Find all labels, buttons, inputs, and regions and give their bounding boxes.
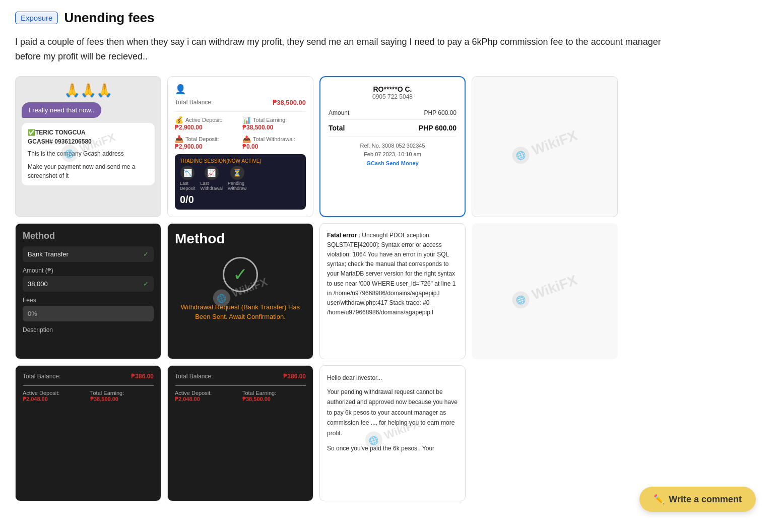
balance-pair-2: 📥 Total Deposit: ₱2,900.00 📤 Total Withd… — [175, 135, 306, 150]
balance-pair-1: 💰 Active Deposit: ₱2,900.00 📊 Total Earn… — [175, 116, 306, 131]
bd-total-earning: Total Earning: ₱38,500.00 — [90, 390, 154, 403]
exposure-badge: Exposure — [15, 12, 58, 24]
bd-active-deposit: Active Deposit: ₱2,048.00 — [23, 390, 86, 403]
bd-active-deposit-2: Active Deposit: ₱2,048.00 — [175, 390, 238, 403]
screenshot-grid: 🌐 WikiFX 🙏🙏🙏 I really need that now.. ✅T… — [15, 76, 766, 501]
bd-pair-2: Active Deposit: ₱2,048.00 Total Earning:… — [175, 390, 306, 403]
receipt-amount-row: Amount PHP 600.00 — [329, 106, 457, 120]
method-check-circle: ✓ — [223, 257, 258, 292]
balance-dark-card-1: Total Balance: ₱386.00 Active Deposit: ₱… — [15, 365, 161, 501]
bd-total-earning-2: Total Earning: ₱38,500.00 — [242, 390, 306, 403]
total-earning: 📊 Total Earning: ₱38,500.00 — [242, 116, 306, 131]
pencil-icon: ✏️ — [654, 494, 665, 505]
total-balance-row: Total Balance: ₱38,500.00 — [175, 99, 306, 106]
payment-instruction-text: Make your payment now and send me a scre… — [28, 162, 149, 180]
fees-input: 0% — [23, 306, 154, 321]
wikifx-placeholder-card: 🌐 WikiFX — [472, 76, 618, 217]
confirmation-text: Withdrawal Request (Bank Transfer) Has B… — [175, 302, 306, 322]
page-header: Exposure Unending fees — [15, 10, 766, 26]
amount-input[interactable]: 38,000 ✓ — [23, 276, 154, 292]
write-comment-button[interactable]: ✏️ Write a comment — [639, 487, 756, 511]
method-confirmation-card: 🌐 WikiFX Method ✓ Withdrawal Request (Ba… — [167, 223, 313, 359]
wikifx-watermark-right: 🌐 WikiFX — [510, 272, 580, 311]
email-content: Hello dear investor... Your pending with… — [327, 373, 458, 454]
active-deposit: 💰 Active Deposit: ₱2,900.00 — [175, 116, 238, 131]
wikifx-right-placeholder: 🌐 WikiFX — [472, 223, 618, 359]
method-title: Method — [175, 231, 225, 247]
chat-message-box: ✅TERIC TONGCUA GCASH# 09361206580 This i… — [22, 123, 155, 185]
bank-transfer-select[interactable]: Bank Transfer ✓ — [23, 246, 154, 262]
page-title: Unending fees — [64, 10, 154, 26]
bd-total-row-2: Total Balance: ₱386.00 — [175, 373, 306, 380]
wikifx-watermark-large: 🌐 WikiFX — [510, 127, 580, 166]
email-card: 🌐 WikiFX Hello dear investor... Your pen… — [319, 365, 466, 501]
receipt-ref: Ref. No. 3008 052 302345 Feb 07 2023, 10… — [329, 142, 457, 168]
error-message: Fatal error : Uncaught PDOException: SQL… — [327, 231, 458, 318]
page-description: I paid a couple of fees then when they s… — [15, 35, 670, 64]
withdrawal-method-header: Method — [23, 231, 154, 241]
total-deposit: 📥 Total Deposit: ₱2,900.00 — [175, 135, 238, 150]
session-icon-pending-withdraw: ⏳ PendingWithdraw — [228, 166, 247, 191]
receipt-total-row: Total PHP 600.00 — [329, 120, 457, 137]
balance-dark-card-2: Total Balance: ₱386.00 Active Deposit: ₱… — [167, 365, 313, 501]
chat-bubble: I really need that now.. — [22, 102, 101, 118]
session-icon-last-withdrawal: 📈 LastWithdrawal — [201, 166, 223, 191]
total-withdrawal: 📤 Total Withdrawal: ₱0.00 — [242, 135, 306, 150]
error-card: Fatal error : Uncaught PDOException: SQL… — [319, 223, 466, 359]
gcash-receipt-card: RO*****O C. 0905 722 5048 Amount PHP 600… — [319, 76, 466, 217]
company-address-text: This is the company Gcash address — [28, 149, 149, 158]
bd-total-row: Total Balance: ₱386.00 — [23, 373, 154, 380]
trading-session-bar: TRADING SESSION(NOW ACTIVE) 📉 LastDeposi… — [175, 154, 306, 210]
receipt-header: RO*****O C. 0905 722 5048 — [329, 85, 457, 100]
write-comment-label: Write a comment — [669, 494, 742, 505]
chat-screenshot-card: 🌐 WikiFX 🙏🙏🙏 I really need that now.. ✅T… — [15, 76, 161, 217]
withdrawal-form-card: Method Bank Transfer ✓ Amount (₱) 38,000… — [15, 223, 161, 359]
bd-pair: Active Deposit: ₱2,048.00 Total Earning:… — [23, 390, 154, 403]
balance-screenshot-card: 👤 Total Balance: ₱38,500.00 💰 Active Dep… — [167, 76, 313, 217]
chat-name: ✅TERIC TONGCUA GCASH# 09361206580 — [28, 128, 149, 146]
session-icon-last-deposit: 📉 LastDeposit — [180, 166, 196, 191]
emoji-display: 🙏🙏🙏 — [22, 83, 155, 98]
